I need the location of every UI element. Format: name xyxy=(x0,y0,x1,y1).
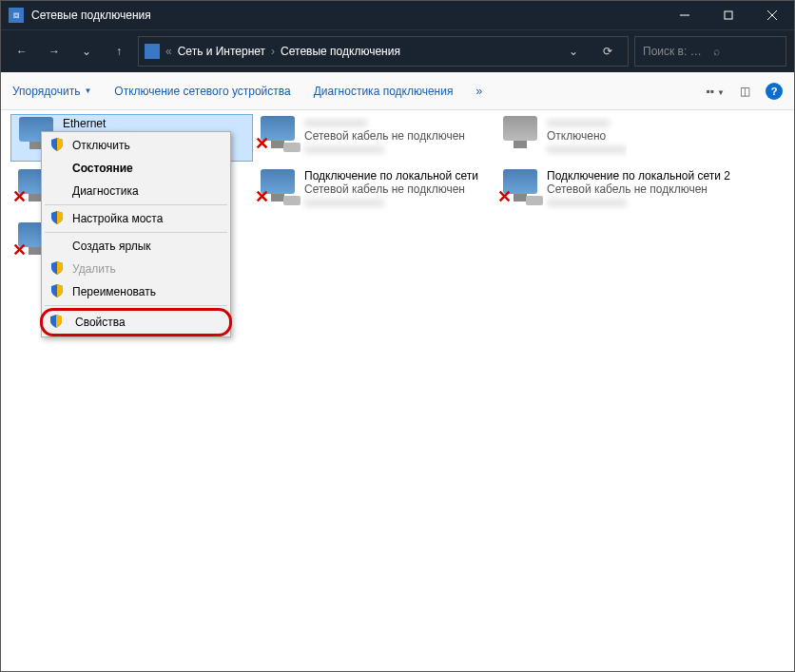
shield-icon xyxy=(50,138,64,151)
menu-separator xyxy=(45,204,227,205)
menu-rename[interactable]: Переименовать xyxy=(44,280,228,303)
menu-diag[interactable]: Диагностика xyxy=(44,180,228,202)
toolbar: Упорядочить▼ Отключение сетевого устройс… xyxy=(1,72,794,110)
shield-icon xyxy=(49,315,63,328)
titlebar: ⧈ Сетевые подключения xyxy=(1,1,794,29)
back-button[interactable]: ← xyxy=(9,38,35,65)
menu-properties[interactable]: Свойства xyxy=(40,308,232,336)
forward-button[interactable]: → xyxy=(41,38,68,65)
x-icon: ✕ xyxy=(12,240,27,260)
network-icon: ✕ xyxy=(497,169,543,207)
connection-name: xxxxxxxxxxx xyxy=(547,116,627,129)
menu-delete: Удалить xyxy=(44,258,228,280)
address-bar[interactable]: « Сеть и Интернет › Сетевые подключения … xyxy=(138,36,629,67)
network-icon xyxy=(497,116,543,154)
chevron-icon: « xyxy=(165,45,172,58)
connection-adapter: xxxxxxxxxxxxxx xyxy=(547,196,730,209)
connection-name: Подключение по локальной сети 2 xyxy=(547,169,730,182)
app-icon: ⧈ xyxy=(9,8,24,23)
up-button[interactable]: ↑ xyxy=(106,38,132,65)
refresh-button[interactable]: ⟳ xyxy=(593,45,622,58)
breadcrumb[interactable]: Сетевые подключения xyxy=(281,45,400,58)
search-input[interactable]: Поиск в: Сетевые по... ⌕ xyxy=(634,36,786,67)
connection-status: Сетевой кабель не подключен xyxy=(304,129,465,143)
context-menu: Отключить Состояние Диагностика Настройк… xyxy=(41,131,231,337)
x-icon: ✕ xyxy=(12,186,27,207)
breadcrumb[interactable]: Сеть и Интернет xyxy=(178,45,265,58)
window-title: Сетевые подключения xyxy=(31,9,663,22)
more-button[interactable]: » xyxy=(475,85,482,98)
menu-separator xyxy=(45,305,227,306)
x-icon: ✕ xyxy=(255,133,269,154)
minimize-button[interactable] xyxy=(663,1,707,29)
diag-button[interactable]: Диагностика подключения xyxy=(314,85,454,98)
connection-item[interactable]: xxxxxxxxxxxОтключеноxxxxxxxxxxxxxx xyxy=(495,114,738,162)
recent-button[interactable]: ⌄ xyxy=(73,38,100,65)
history-dropdown[interactable]: ⌄ xyxy=(559,45,588,58)
connection-name: Ethernet xyxy=(63,117,143,130)
network-icon: ✕ xyxy=(255,116,301,154)
preview-pane-button[interactable]: ◫ xyxy=(740,85,750,98)
menu-status[interactable]: Состояние xyxy=(44,157,228,180)
shield-icon xyxy=(50,284,64,298)
menu-shortcut[interactable]: Создать ярлык xyxy=(44,235,228,258)
connection-adapter: xxxxxxxxxxxxxx xyxy=(304,196,478,209)
connection-item[interactable]: ✕xxxxxxxxxxxСетевой кабель не подключенx… xyxy=(253,114,495,162)
organize-button[interactable]: Упорядочить▼ xyxy=(12,85,91,98)
menu-bridge[interactable]: Настройка моста xyxy=(44,207,228,230)
connection-adapter: xxxxxxxxxxxxxx xyxy=(547,143,627,156)
connection-item[interactable]: ✕Подключение по локальной сети 2Сетевой … xyxy=(495,167,738,215)
menu-disable[interactable]: Отключить xyxy=(44,134,228,157)
shield-icon xyxy=(50,261,64,275)
view-options-button[interactable]: ▪▪ ▼ xyxy=(706,85,725,98)
x-icon: ✕ xyxy=(255,186,269,207)
search-icon: ⌕ xyxy=(713,45,778,58)
connection-status: Сетевой кабель не подключен xyxy=(547,182,730,196)
network-icon: ✕ xyxy=(255,169,301,207)
close-button[interactable] xyxy=(750,1,794,29)
connection-status: Отключено xyxy=(547,129,627,143)
connection-name: xxxxxxxxxxx xyxy=(304,116,465,129)
connection-item[interactable]: ✕Подключение по локальной сетиСетевой ка… xyxy=(253,167,495,215)
location-icon xyxy=(145,44,160,59)
svg-rect-1 xyxy=(725,11,732,19)
x-icon: ✕ xyxy=(497,186,512,207)
connection-name: Подключение по локальной сети xyxy=(304,169,478,182)
connection-status: Сетевой кабель не подключен xyxy=(304,182,478,196)
menu-separator xyxy=(45,232,227,233)
disable-device-button[interactable]: Отключение сетевого устройства xyxy=(114,85,290,98)
search-placeholder: Поиск в: Сетевые по... xyxy=(643,45,708,58)
connection-adapter: xxxxxxxxxxxxxx xyxy=(304,143,465,156)
chevron-right-icon: › xyxy=(271,45,275,58)
help-button[interactable]: ? xyxy=(766,83,783,100)
shield-icon xyxy=(50,211,64,224)
maximize-button[interactable] xyxy=(707,1,750,29)
navbar: ← → ⌄ ↑ « Сеть и Интернет › Сетевые подк… xyxy=(1,29,794,72)
content-area[interactable]: Ethernetxxxxxxxxxxxxxxxxxxxxxxxxx✕xxxxxx… xyxy=(1,110,794,672)
